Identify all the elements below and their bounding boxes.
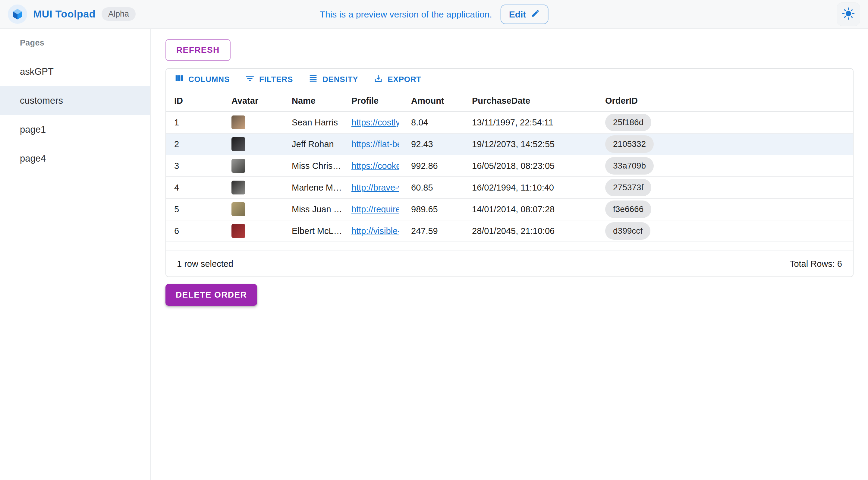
edit-button-label: Edit — [509, 9, 526, 20]
profile-link[interactable]: http://visible-p — [351, 226, 399, 236]
avatar — [231, 137, 245, 151]
toolpad-logo-icon — [8, 4, 27, 24]
table-row[interactable]: 6 Elbert McL… http://visible-p 247.59 28… — [166, 220, 853, 242]
sidebar-section-label: Pages — [0, 29, 150, 48]
cell-name: Sean Harris — [286, 118, 345, 127]
filters-button-label: FILTERS — [259, 75, 293, 84]
grid-footer: 1 row selected Total Rows: 6 — [166, 251, 853, 276]
app-title: MUI Toolpad — [33, 8, 96, 20]
cell-purchasedate: 16/02/1994, 11:10:40 — [465, 183, 598, 193]
column-header-id[interactable]: ID — [166, 96, 225, 106]
rows-selected-text: 1 row selected — [177, 259, 233, 269]
avatar — [231, 159, 245, 173]
column-header-profile[interactable]: Profile — [345, 96, 405, 106]
cell-name: Elbert McL… — [286, 226, 345, 236]
horizontal-scrollbar[interactable] — [166, 242, 853, 251]
column-header-orderid[interactable]: OrderID — [598, 96, 853, 106]
column-header-name[interactable]: Name — [286, 96, 345, 106]
total-rows-text: Total Rows: 6 — [789, 259, 842, 269]
table-row[interactable]: 3 Miss Chris… https://cooked 992.86 16/0… — [166, 155, 853, 177]
table-row[interactable]: 4 Marlene M… http://brave-wo 60.85 16/02… — [166, 177, 853, 199]
order-id-chip: 275373f — [605, 179, 651, 196]
cell-name: Jeff Rohan — [286, 139, 345, 149]
cell-id: 3 — [166, 161, 225, 171]
profile-link[interactable]: https://flat-bel — [351, 139, 399, 149]
avatar — [231, 224, 245, 238]
sidebar: Pages askGPTcustomerspage1page4 — [0, 29, 151, 480]
sun-icon — [842, 7, 855, 21]
table-row[interactable]: 2 Jeff Rohan https://flat-bel 92.43 19/1… — [166, 133, 853, 155]
order-id-chip: 33a709b — [605, 157, 654, 175]
brand-area: MUI Toolpad Alpha — [8, 4, 135, 24]
column-header-avatar[interactable]: Avatar — [225, 96, 286, 106]
cell-name: Miss Juan … — [286, 204, 345, 214]
profile-link[interactable]: https://cooked — [351, 161, 399, 171]
density-icon — [308, 73, 318, 86]
data-grid: COLUMNS FILTERS DENSITY — [165, 68, 854, 277]
cell-id: 6 — [166, 226, 225, 236]
cell-id: 5 — [166, 204, 225, 214]
cell-purchasedate: 19/12/2073, 14:52:55 — [465, 139, 598, 149]
cell-amount: 989.65 — [405, 204, 465, 214]
cell-amount: 8.04 — [405, 118, 465, 127]
order-id-chip: 2105332 — [605, 136, 654, 153]
page-content: REFRESH COLUMNS FILTERS — [151, 29, 868, 480]
edit-button[interactable]: Edit — [501, 4, 549, 24]
cell-purchasedate: 13/11/1997, 22:54:11 — [465, 118, 598, 127]
alpha-badge: Alpha — [101, 7, 135, 21]
sidebar-nav-list: askGPTcustomerspage1page4 — [0, 48, 150, 173]
table-body: 1 Sean Harris https://costly-p 8.04 13/1… — [166, 112, 853, 242]
cell-amount: 60.85 — [405, 183, 465, 193]
order-id-chip: 25f186d — [605, 114, 651, 131]
cell-purchasedate: 28/01/2045, 21:10:06 — [465, 226, 598, 236]
grid-toolbar: COLUMNS FILTERS DENSITY — [166, 69, 853, 90]
cell-amount: 92.43 — [405, 139, 465, 149]
filter-icon — [245, 73, 255, 86]
refresh-button[interactable]: REFRESH — [165, 39, 230, 61]
density-button[interactable]: DENSITY — [304, 70, 362, 89]
profile-link[interactable]: https://costly-p — [351, 118, 399, 127]
column-header-amount[interactable]: Amount — [405, 96, 465, 106]
cell-id: 2 — [166, 139, 225, 149]
cell-name: Marlene M… — [286, 183, 345, 193]
sidebar-item-page1[interactable]: page1 — [0, 115, 150, 144]
delete-order-button[interactable]: DELETE ORDER — [165, 284, 257, 306]
export-button[interactable]: EXPORT — [370, 70, 425, 89]
cell-name: Miss Chris… — [286, 161, 345, 171]
columns-icon — [174, 73, 184, 86]
table-row[interactable]: 1 Sean Harris https://costly-p 8.04 13/1… — [166, 112, 853, 133]
sidebar-item-askGPT[interactable]: askGPT — [0, 57, 150, 86]
profile-link[interactable]: http://brave-wo — [351, 183, 399, 193]
order-id-chip: f3e6666 — [605, 201, 651, 218]
download-icon — [373, 73, 383, 86]
preview-banner: This is a preview version of the applica… — [320, 0, 549, 29]
columns-button-label: COLUMNS — [188, 75, 230, 84]
table-row[interactable]: 5 Miss Juan … http://required 989.65 14/… — [166, 199, 853, 220]
sidebar-item-customers[interactable]: customers — [0, 86, 150, 115]
preview-message: This is a preview version of the applica… — [320, 9, 492, 20]
cell-purchasedate: 16/05/2018, 08:23:05 — [465, 161, 598, 171]
order-id-chip: d399ccf — [605, 222, 650, 240]
cell-purchasedate: 14/01/2014, 08:07:28 — [465, 204, 598, 214]
avatar — [231, 181, 245, 194]
cell-amount: 992.86 — [405, 161, 465, 171]
grid-header-row: ID Avatar Name Profile Amount PurchaseDa… — [166, 90, 853, 112]
app-bar: MUI Toolpad Alpha This is a preview vers… — [0, 0, 868, 29]
column-header-purchasedate[interactable]: PurchaseDate — [465, 96, 598, 106]
cell-amount: 247.59 — [405, 226, 465, 236]
avatar — [231, 116, 245, 129]
theme-toggle-button[interactable] — [837, 2, 860, 26]
filters-button[interactable]: FILTERS — [241, 70, 297, 89]
cell-id: 1 — [166, 118, 225, 127]
cell-id: 4 — [166, 183, 225, 193]
pencil-icon — [531, 9, 540, 20]
columns-button[interactable]: COLUMNS — [170, 70, 233, 89]
avatar — [231, 202, 245, 216]
export-button-label: EXPORT — [388, 75, 421, 84]
density-button-label: DENSITY — [322, 75, 358, 84]
profile-link[interactable]: http://required — [351, 204, 399, 214]
sidebar-item-page4[interactable]: page4 — [0, 144, 150, 173]
